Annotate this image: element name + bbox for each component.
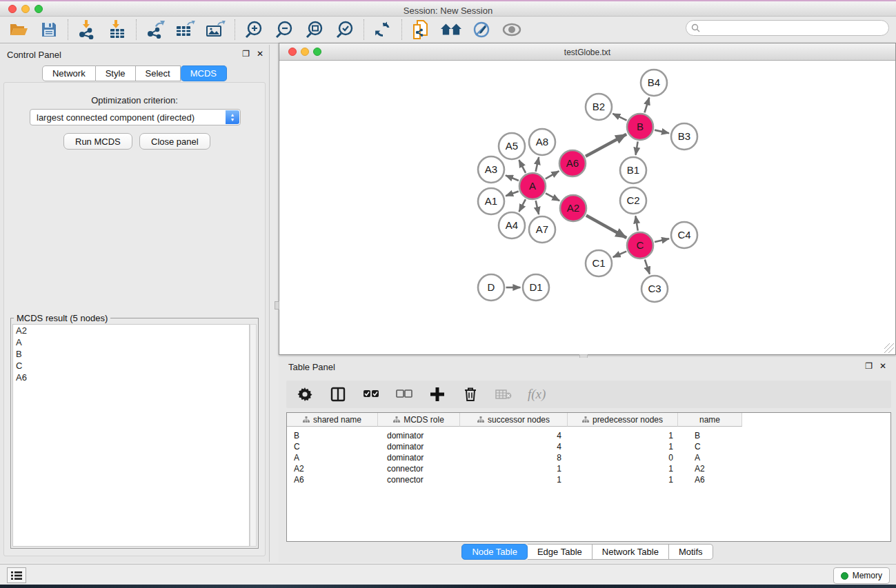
- node-table[interactable]: shared nameMCDS rolesuccessor nodesprede…: [286, 412, 891, 542]
- table-cell[interactable]: 1: [568, 463, 678, 474]
- result-scrollbar[interactable]: [250, 324, 257, 547]
- node-label-C3: C3: [648, 283, 661, 294]
- save-session-button[interactable]: [39, 19, 59, 40]
- table-cell[interactable]: 1: [460, 463, 568, 474]
- table-cell[interactable]: 1: [568, 474, 678, 485]
- import-table-button[interactable]: [107, 19, 128, 40]
- result-item[interactable]: A6: [13, 372, 249, 383]
- table-cell[interactable]: A: [287, 452, 378, 463]
- edge-A-A1: [506, 191, 519, 196]
- node-label-D: D: [488, 281, 495, 293]
- column-header-predecessor-nodes[interactable]: predecessor nodes: [568, 413, 678, 427]
- network-window-title: testGlobe.txt: [279, 48, 895, 57]
- table-panel-title: Table Panel: [288, 362, 335, 372]
- table-cell[interactable]: 4: [460, 430, 568, 441]
- table-cell[interactable]: A2: [287, 463, 378, 474]
- function-builder-icon: f(x): [528, 387, 546, 402]
- column-header-name[interactable]: name: [678, 413, 742, 427]
- table-cell[interactable]: 1: [568, 430, 678, 441]
- table-settings-gear-icon[interactable]: [296, 385, 314, 403]
- edge-C-C2: [635, 216, 637, 230]
- show-columns-icon[interactable]: [329, 385, 347, 403]
- tab-style[interactable]: Style: [96, 65, 136, 81]
- export-image-button[interactable]: [206, 19, 226, 40]
- memory-button[interactable]: Memory: [833, 567, 890, 584]
- column-header-shared-name[interactable]: shared name: [287, 413, 378, 427]
- eye-icon[interactable]: [501, 19, 522, 40]
- node-label-A5: A5: [506, 140, 518, 152]
- tab-node-table[interactable]: Node Table: [461, 544, 528, 560]
- column-type-icon: [477, 416, 484, 423]
- table-cell[interactable]: C: [678, 441, 742, 452]
- table-cell[interactable]: connector: [378, 463, 460, 474]
- table-cell[interactable]: 0: [568, 452, 678, 463]
- edge-A6-B: [586, 134, 626, 156]
- window-resize-grip[interactable]: [884, 343, 894, 353]
- table-cell[interactable]: dominator: [378, 441, 460, 452]
- node-label-B3: B3: [678, 130, 690, 142]
- edge-B-B1: [636, 141, 638, 154]
- zoom-in-button[interactable]: [243, 19, 264, 40]
- table-cell[interactable]: B: [678, 430, 742, 441]
- open-session-button[interactable]: [8, 19, 29, 40]
- table-cell[interactable]: 4: [460, 441, 568, 452]
- table-cell[interactable]: A6: [678, 474, 742, 485]
- zoom-fit-button[interactable]: [304, 19, 325, 40]
- zoom-selected-button[interactable]: [335, 19, 355, 40]
- close-panel-button[interactable]: Close panel: [139, 133, 210, 150]
- deselect-all-icon[interactable]: [395, 385, 413, 403]
- table-cell[interactable]: A2: [678, 463, 742, 474]
- import-network-button[interactable]: [77, 19, 97, 40]
- float-panel-icon[interactable]: ❐: [242, 49, 250, 59]
- table-cell[interactable]: dominator: [378, 452, 460, 463]
- close-panel-icon[interactable]: ✕: [879, 361, 886, 371]
- table-cell[interactable]: 8: [460, 452, 568, 463]
- result-item[interactable]: B: [13, 348, 249, 360]
- table-cell[interactable]: 1: [460, 474, 568, 485]
- zoom-out-button[interactable]: [274, 19, 295, 40]
- table-cell[interactable]: B: [287, 430, 378, 441]
- add-column-icon[interactable]: [428, 385, 446, 403]
- tab-mcds[interactable]: MCDS: [181, 65, 227, 81]
- run-mcds-button[interactable]: Run MCDS: [63, 133, 132, 150]
- result-item[interactable]: C: [13, 360, 249, 372]
- table-cell[interactable]: C: [287, 441, 378, 452]
- refresh-network-button[interactable]: [372, 19, 393, 40]
- desktop-wallpaper-bottom: [0, 585, 896, 588]
- node-label-A1: A1: [485, 195, 497, 207]
- home-icon[interactable]: [441, 19, 461, 40]
- tab-motifs[interactable]: Motifs: [669, 544, 713, 560]
- optimization-criterion-select[interactable]: largest connected component (directed) ▲…: [30, 109, 241, 125]
- table-cell[interactable]: A: [678, 452, 742, 463]
- result-item[interactable]: A: [13, 336, 249, 348]
- table-cell[interactable]: 1: [568, 441, 678, 452]
- table-cell[interactable]: A6: [287, 474, 378, 485]
- selected-option: largest connected component (directed): [37, 112, 195, 123]
- search-input[interactable]: [686, 20, 889, 36]
- float-panel-icon[interactable]: ❐: [865, 361, 873, 371]
- tab-edge-table[interactable]: Edge Table: [528, 544, 593, 560]
- edge-A-A3: [506, 175, 519, 181]
- export-network-button[interactable]: [145, 19, 166, 40]
- status-bar: Memory: [0, 564, 896, 585]
- node-label-A8: A8: [536, 136, 548, 148]
- tab-select[interactable]: Select: [136, 65, 181, 81]
- network-canvas[interactable]: AA1A2A3A4A5A6A7A8BB1B2B3B4CC1C2C3C4DD1: [280, 61, 895, 354]
- column-header-successor-nodes[interactable]: successor nodes: [460, 413, 568, 427]
- table-cell[interactable]: dominator: [378, 430, 460, 441]
- column-header-MCDS-role[interactable]: MCDS role: [378, 413, 460, 427]
- ndex-export-button[interactable]: [410, 19, 431, 40]
- delete-column-trash-icon[interactable]: [461, 385, 479, 403]
- edge-A2-C: [586, 216, 626, 239]
- table-cell[interactable]: connector: [378, 474, 460, 485]
- result-item[interactable]: A2: [13, 325, 249, 336]
- close-panel-icon[interactable]: ✕: [257, 49, 263, 59]
- task-history-button[interactable]: [7, 567, 26, 583]
- select-stepper-icon: ▲▼: [226, 110, 239, 124]
- splitter-handle[interactable]: [275, 301, 279, 310]
- vizmapper-icon[interactable]: [471, 19, 492, 40]
- tab-network-table[interactable]: Network Table: [593, 544, 669, 560]
- tab-network[interactable]: Network: [42, 65, 96, 81]
- select-all-icon[interactable]: [362, 385, 380, 403]
- export-table-button[interactable]: [175, 19, 196, 40]
